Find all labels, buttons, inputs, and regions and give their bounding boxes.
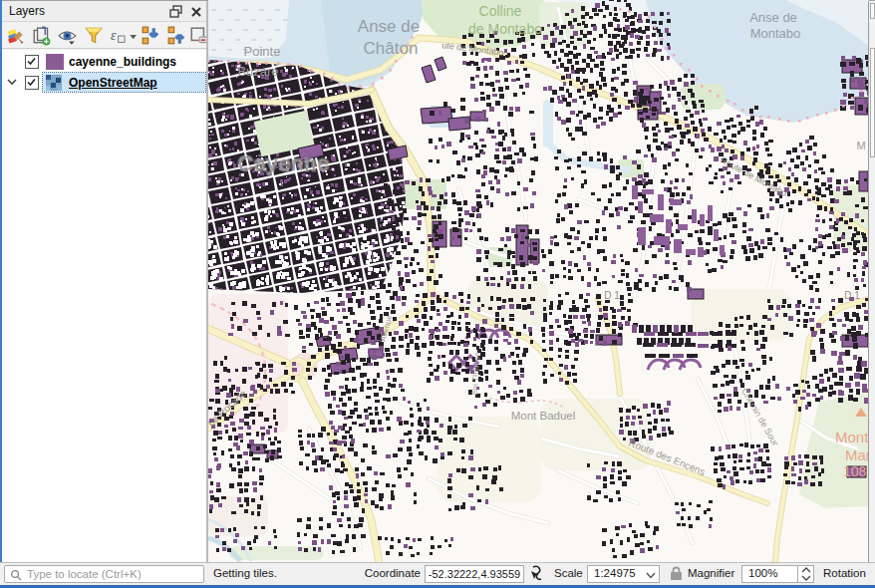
- svg-text:Pointe: Pointe: [244, 44, 281, 59]
- svg-text:ε: ε: [111, 28, 117, 43]
- svg-text:Mar: Mar: [845, 446, 869, 463]
- svg-text:Buzare: Buzare: [237, 64, 278, 79]
- svg-text:108: 108: [843, 463, 867, 479]
- svg-text:D 1: D 1: [844, 290, 860, 301]
- svg-text:Anse de: Anse de: [358, 17, 420, 36]
- svg-text:Mont S: Mont S: [835, 429, 869, 445]
- svg-text:Mont Baduel: Mont Baduel: [511, 410, 576, 422]
- svg-text:Colline: Colline: [479, 3, 522, 19]
- svg-text:Anse de: Anse de: [749, 10, 797, 25]
- svg-text:de Montabo: de Montabo: [468, 21, 542, 37]
- svg-text:Cayenne: Cayenne: [238, 151, 331, 174]
- svg-text:Montabo: Montabo: [750, 26, 801, 41]
- svg-text:Châton: Châton: [364, 39, 419, 58]
- svg-text:D 1: D 1: [604, 290, 620, 301]
- svg-text:M: M: [856, 140, 865, 151]
